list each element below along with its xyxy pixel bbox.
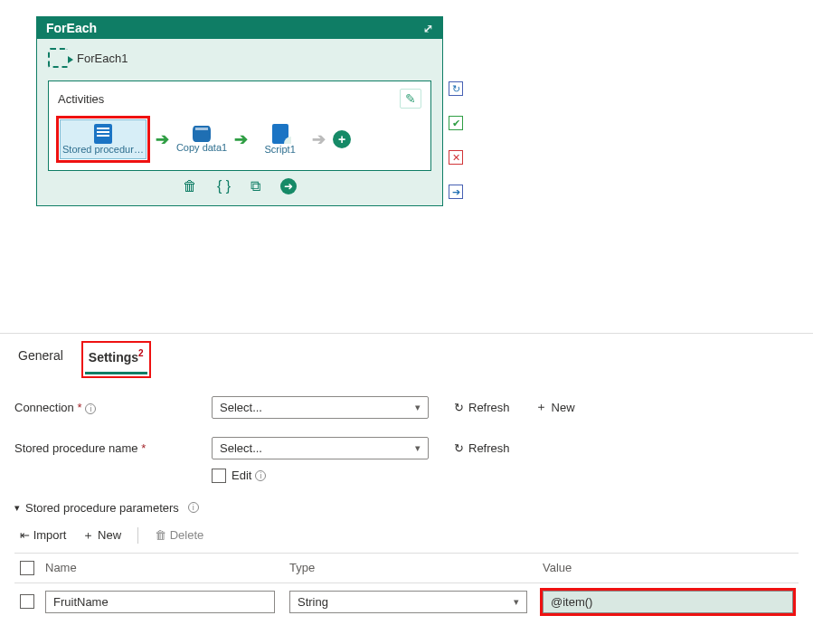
activity-stored-procedure[interactable]: Stored procedur… bbox=[60, 119, 147, 159]
arrow-icon: ➔ bbox=[312, 129, 326, 149]
sp-name-label: Stored procedure name * bbox=[14, 441, 195, 455]
params-header: Name Type Value bbox=[14, 553, 799, 583]
tab-settings-label: Settings bbox=[89, 350, 138, 365]
delete-param-label: Delete bbox=[170, 528, 204, 542]
activity-label: Script1 bbox=[265, 144, 296, 155]
braces-icon[interactable]: { } bbox=[217, 178, 231, 194]
script-icon bbox=[272, 124, 288, 144]
param-name-input[interactable]: FruitName bbox=[45, 591, 275, 613]
add-activity-button[interactable]: + bbox=[333, 130, 351, 148]
refresh-sp[interactable]: ↻ Refresh bbox=[454, 441, 510, 455]
foreach-title-bar[interactable]: ForEach ⤢ bbox=[37, 17, 442, 39]
info-icon[interactable]: i bbox=[188, 502, 199, 513]
import-button[interactable]: ⇤ Import bbox=[20, 528, 66, 542]
sp-name-select[interactable]: Select... ▾ bbox=[212, 437, 429, 459]
chevron-down-icon: ▾ bbox=[514, 596, 519, 608]
connection-select[interactable]: Select... ▾ bbox=[212, 396, 429, 419]
refresh-label: Refresh bbox=[468, 441, 510, 455]
edit-label: Edit bbox=[232, 469, 251, 482]
edit-checkbox[interactable] bbox=[212, 469, 226, 483]
stored-proc-icon bbox=[94, 124, 112, 144]
forward-icon[interactable]: ➔ bbox=[449, 185, 463, 199]
activity-label: Stored procedur… bbox=[62, 144, 144, 155]
activity-copy-data[interactable]: Copy data1 bbox=[176, 126, 227, 153]
loop-icon[interactable]: ↻ bbox=[449, 81, 463, 96]
col-type: Type bbox=[289, 561, 543, 574]
connection-label: Connection *i bbox=[14, 401, 195, 414]
tabs: General Settings2 bbox=[0, 334, 813, 374]
param-type-select[interactable]: String ▾ bbox=[289, 591, 527, 613]
refresh-label: Refresh bbox=[468, 401, 510, 414]
foreach-title: ForEach bbox=[46, 21, 97, 35]
arrow-icon: ➔ bbox=[156, 129, 169, 149]
params-section-toggle[interactable]: ▾ Stored procedure parameters i bbox=[14, 501, 799, 515]
activities-label: Activities bbox=[58, 92, 104, 106]
arrow-icon: ➔ bbox=[234, 129, 248, 149]
highlight-stored-proc: Stored procedur… bbox=[58, 118, 148, 161]
param-row: FruitName String ▾ @item() bbox=[14, 583, 799, 620]
new-connection[interactable]: ＋ New bbox=[535, 399, 575, 415]
card-toolbar: 🗑 { } ⧉ ➜ bbox=[48, 171, 431, 200]
chevron-down-icon: ▾ bbox=[415, 402, 421, 413]
delete-icon[interactable]: 🗑 bbox=[183, 178, 197, 194]
sp-name-placeholder: Select... bbox=[220, 441, 262, 455]
chevron-down-icon: ▾ bbox=[14, 502, 20, 514]
row-checkbox[interactable] bbox=[20, 594, 34, 609]
copy-data-icon bbox=[193, 126, 211, 142]
param-value-input[interactable]: @item() bbox=[543, 591, 793, 613]
connection-label-text: Connection bbox=[14, 401, 74, 414]
select-all-checkbox[interactable] bbox=[20, 561, 34, 575]
activity-flow: Stored procedur… ➔ Copy data1 ➔ Script1 … bbox=[58, 118, 421, 161]
activity-script[interactable]: Script1 bbox=[255, 124, 305, 155]
params-section-label: Stored procedure parameters bbox=[25, 501, 179, 515]
foreach-node-name: ForEach1 bbox=[77, 52, 128, 65]
copy-icon[interactable]: ⧉ bbox=[251, 178, 260, 194]
tab-general[interactable]: General bbox=[14, 345, 67, 374]
tab-settings-badge: 2 bbox=[138, 348, 144, 358]
chevron-down-icon: ▾ bbox=[415, 442, 421, 454]
sp-name-label-text: Stored procedure name bbox=[14, 441, 138, 455]
col-value: Value bbox=[543, 561, 799, 574]
error-icon[interactable]: ✕ bbox=[449, 150, 463, 165]
tab-settings[interactable]: Settings2 bbox=[85, 345, 147, 374]
col-name: Name bbox=[45, 561, 289, 574]
new-param-button[interactable]: ＋ New bbox=[82, 527, 121, 544]
status-icons: ↻ ✔ ✕ ➔ bbox=[449, 81, 463, 199]
activity-label: Copy data1 bbox=[176, 142, 227, 153]
edit-activities-icon[interactable]: ✎ bbox=[400, 89, 421, 109]
go-icon[interactable]: ➜ bbox=[280, 178, 297, 194]
info-icon[interactable]: i bbox=[255, 470, 266, 481]
separator bbox=[137, 527, 138, 544]
foreach-card: ForEach ⤢ ForEach1 Activities ✎ Stored p… bbox=[36, 16, 443, 206]
delete-param-button[interactable]: 🗑 Delete bbox=[155, 528, 203, 542]
foreach-icon bbox=[48, 48, 68, 68]
refresh-connection[interactable]: ↻ Refresh bbox=[454, 401, 510, 414]
info-icon[interactable]: i bbox=[85, 403, 96, 414]
param-type-value: String bbox=[298, 595, 328, 609]
new-label: New bbox=[552, 401, 575, 414]
connection-placeholder: Select... bbox=[220, 401, 262, 414]
new-param-label: New bbox=[98, 528, 121, 542]
import-label: Import bbox=[33, 528, 67, 542]
activities-box: Activities ✎ Stored procedur… ➔ Copy dat… bbox=[48, 80, 431, 171]
check-icon[interactable]: ✔ bbox=[449, 116, 463, 130]
param-toolbar: ⇤ Import ＋ New 🗑 Delete bbox=[20, 527, 799, 544]
expand-icon[interactable]: ⤢ bbox=[423, 22, 433, 35]
foreach-node[interactable]: ForEach1 bbox=[48, 48, 431, 68]
